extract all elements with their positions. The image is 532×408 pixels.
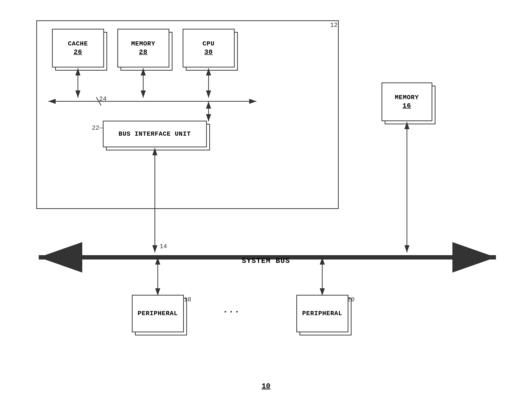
cpu-box: CPU 30 (183, 29, 235, 68)
periph2-box: PERIPHERAL (296, 295, 348, 332)
biu-box: BUS INTERFACE UNIT (103, 121, 207, 147)
system-bus-number: 14 (160, 243, 167, 250)
periph1-box: PERIPHERAL (132, 295, 184, 332)
cache-box: CACHE 26 (52, 29, 104, 68)
cpu-number: 30 (204, 48, 213, 56)
outer-box-label: 12 (330, 22, 338, 29)
cache-number: 26 (74, 48, 82, 56)
cpu-label: CPU (203, 40, 215, 47)
memory-ext-label: MEMORY (395, 94, 419, 101)
memory-inner-box: MEMORY 28 (117, 29, 169, 68)
memory-ext-box: MEMORY 16 (382, 83, 432, 121)
cache-label: CACHE (68, 40, 88, 47)
periph1-ref-label: 18 (184, 296, 191, 303)
memory-inner-label: MEMORY (131, 40, 155, 47)
biu-label: BUS INTERFACE UNIT (119, 130, 191, 138)
memory-ext-number: 16 (403, 102, 411, 110)
periph2-ref-label: 20 (347, 296, 355, 303)
dots-separator: ... (223, 305, 240, 315)
figure-number: 10 (262, 382, 270, 390)
memory-inner-number: 28 (139, 48, 148, 56)
bus-24-label: 24 (99, 95, 107, 102)
periph1-label: PERIPHERAL (138, 310, 178, 317)
biu-number-label: 22— (92, 124, 103, 132)
periph2-label: PERIPHERAL (302, 310, 342, 317)
system-bus-label: SYSTEM BUS (24, 257, 508, 265)
